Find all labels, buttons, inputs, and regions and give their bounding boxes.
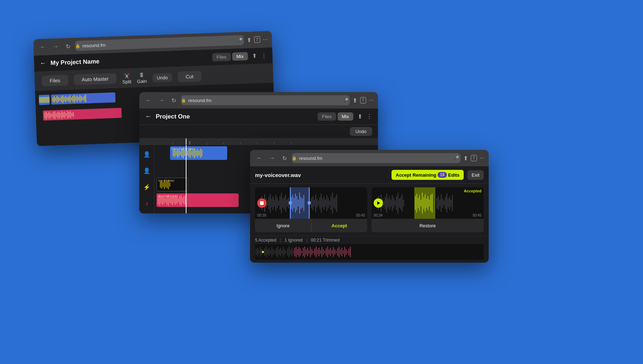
svg-rect-68 xyxy=(193,149,194,157)
gain-button[interactable]: 🎛 Gain xyxy=(137,72,147,84)
vertical-playhead-2 xyxy=(186,145,186,213)
svg-rect-113 xyxy=(274,199,275,207)
right-panel-ts-right: 00:45 xyxy=(473,213,482,217)
more-btn-1[interactable]: ⋮ xyxy=(261,52,267,59)
svg-rect-26 xyxy=(46,112,47,120)
svg-rect-222 xyxy=(281,250,282,254)
svg-rect-249 xyxy=(320,250,321,254)
svg-rect-264 xyxy=(342,248,342,256)
svg-rect-40 xyxy=(66,113,66,116)
tab-mix-1[interactable]: Mix xyxy=(232,52,248,61)
clip-music-2[interactable]: my-music.wav xyxy=(156,193,239,207)
share-btn-1[interactable]: ⬆ xyxy=(252,52,257,59)
svg-rect-200 xyxy=(448,199,449,207)
svg-rect-250 xyxy=(322,247,322,257)
svg-rect-44 xyxy=(71,113,72,116)
svg-rect-82 xyxy=(169,182,170,186)
play-button[interactable] xyxy=(374,198,383,208)
tab-mix-2[interactable]: Mix xyxy=(338,112,353,121)
address-bar-1[interactable]: 🔒 resound.fm 🎤 xyxy=(75,35,244,51)
restore-button[interactable]: Restore xyxy=(372,219,484,232)
track-icon-bolt: ⚡ xyxy=(139,179,154,195)
more-icon-3[interactable]: ··· xyxy=(480,155,484,161)
svg-rect-230 xyxy=(293,250,294,254)
svg-rect-83 xyxy=(158,196,159,204)
svg-rect-224 xyxy=(284,249,285,255)
more-icon-1[interactable]: ··· xyxy=(263,36,268,42)
split-button[interactable]: ✂️ Split xyxy=(122,73,131,85)
forward-button-1[interactable]: → xyxy=(50,42,61,51)
mic-icon-3: 🎤 xyxy=(453,156,459,161)
share-icon-1[interactable]: ⬆ xyxy=(246,36,251,43)
more-icon-2[interactable]: ··· xyxy=(369,97,374,103)
share-icon-2[interactable]: ⬆ xyxy=(353,97,357,104)
svg-rect-174 xyxy=(399,198,400,207)
svg-rect-169 xyxy=(392,195,393,211)
svg-rect-236 xyxy=(301,251,302,253)
address-bar-2[interactable]: 🔒 resound.fm 🎤 xyxy=(181,95,350,105)
svg-rect-3 xyxy=(55,98,56,101)
cut-button[interactable]: Cut xyxy=(178,71,201,82)
svg-rect-166 xyxy=(388,199,389,207)
svg-rect-17 xyxy=(75,97,76,101)
svg-rect-257 xyxy=(332,250,332,254)
address-bar-3[interactable]: 🔒 resound.fm 🎤 xyxy=(292,153,460,163)
svg-rect-23 xyxy=(84,96,85,101)
svg-rect-184 xyxy=(422,193,423,214)
back-button-3[interactable]: ← xyxy=(254,153,264,163)
svg-rect-0 xyxy=(39,97,50,103)
svg-rect-85 xyxy=(161,197,161,203)
rename-button[interactable]: Files xyxy=(42,75,69,86)
svg-rect-218 xyxy=(276,248,276,256)
tabs-icon-2[interactable]: 7 xyxy=(360,97,366,103)
app-back-1[interactable]: ← xyxy=(40,60,46,67)
svg-rect-170 xyxy=(393,198,394,208)
svg-rect-183 xyxy=(420,199,421,207)
svg-rect-168 xyxy=(390,199,391,207)
svg-rect-175 xyxy=(400,197,401,209)
svg-rect-270 xyxy=(350,247,351,257)
svg-rect-119 xyxy=(283,198,283,207)
more-btn-2[interactable]: ⋮ xyxy=(367,113,372,120)
share-btn-2[interactable]: ⬆ xyxy=(358,113,362,120)
footer-ignored: 1 Ignored xyxy=(285,238,303,243)
stop-button[interactable] xyxy=(257,198,266,208)
svg-rect-164 xyxy=(385,197,386,209)
svg-rect-1 xyxy=(53,97,53,102)
svg-rect-173 xyxy=(398,193,398,214)
refresh-button-2[interactable]: ↻ xyxy=(169,96,178,105)
undo-button-1[interactable]: Undo xyxy=(152,73,172,82)
ignore-button[interactable]: Ignore xyxy=(255,219,311,232)
tab-files-2[interactable]: Files xyxy=(318,112,336,121)
svg-rect-112 xyxy=(273,196,273,209)
exit-button[interactable]: Exit xyxy=(467,170,484,180)
svg-rect-131 xyxy=(299,193,300,214)
clip-sfx-2[interactable]: my-sfx.wav xyxy=(156,178,188,191)
svg-rect-163 xyxy=(384,201,384,206)
accept-remaining-button[interactable]: Accept Remaining 19 Edits xyxy=(392,170,464,180)
svg-rect-219 xyxy=(277,247,278,257)
svg-rect-70 xyxy=(196,150,196,156)
tab-files-1[interactable]: Files xyxy=(212,52,231,61)
accept-button[interactable]: Accept xyxy=(311,219,368,232)
tabs-icon-3[interactable]: 7 xyxy=(471,155,477,161)
clip-dialog-2[interactable]: intro.dialog.wav xyxy=(170,146,227,160)
undo-row-2: Undo xyxy=(139,125,378,138)
back-button-1[interactable]: ← xyxy=(38,42,48,52)
svg-rect-180 xyxy=(417,194,417,213)
app-back-2[interactable]: ← xyxy=(145,113,151,120)
undo-button-2[interactable]: Undo xyxy=(350,127,372,136)
browser-toolbar-3: ← → ↻ 🔒 resound.fm 🎤 ⬆ 7 ··· xyxy=(250,150,489,166)
svg-rect-78 xyxy=(164,180,165,189)
refresh-button-1[interactable]: ↻ xyxy=(63,41,73,51)
back-button-2[interactable]: ← xyxy=(144,96,154,105)
svg-rect-10 xyxy=(65,96,66,102)
forward-button-3[interactable]: → xyxy=(267,153,277,163)
refresh-button-3[interactable]: ↻ xyxy=(280,153,289,163)
forward-button-2[interactable]: → xyxy=(156,96,166,105)
automaster-button[interactable]: Auto Master xyxy=(74,73,116,85)
svg-rect-16 xyxy=(74,95,75,103)
share-icon-3[interactable]: ⬆ xyxy=(463,155,468,162)
tabs-icon-1[interactable]: 7 xyxy=(254,36,260,43)
svg-rect-139 xyxy=(311,198,312,208)
